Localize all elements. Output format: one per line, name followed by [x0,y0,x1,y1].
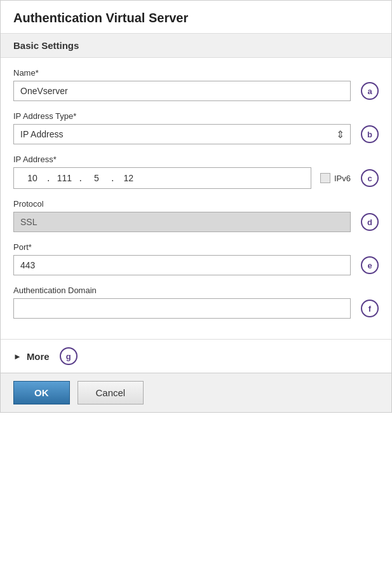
ip-dot-2: . [76,172,84,184]
ip-octet4[interactable] [116,173,140,183]
name-input[interactable] [13,81,351,101]
ipv6-area: IPv6 [320,173,351,183]
form-body: Name* a IP Address Type* IP Address IPv6… [1,58,391,339]
ip-address-input-row: . . . IPv6 c [13,167,379,189]
port-input-wrapper [13,255,351,275]
auth-domain-input[interactable] [13,298,351,319]
name-label: Name* [13,68,379,78]
port-input[interactable] [13,255,351,275]
auth-domain-badge: f [361,300,379,317]
ip-address-label: IP Address* [13,155,379,164]
protocol-badge: d [361,213,379,231]
name-group: Name* a [13,68,379,101]
protocol-group: Protocol d [13,199,379,232]
auth-domain-input-wrapper [13,298,351,319]
name-badge: a [361,82,379,100]
section-header: Basic Settings [1,34,391,58]
cancel-button[interactable]: Cancel [78,381,144,404]
more-section[interactable]: ► More g [1,339,391,373]
port-input-row: e [13,255,379,275]
auth-domain-label: Authentication Domain [13,286,379,295]
ip-type-input-row: IP Address IPv6 Non Addressable ⇕ b [13,124,379,144]
auth-domain-input-row: f [13,298,379,319]
ok-button[interactable]: OK [13,381,70,404]
ip-type-badge: b [361,125,379,143]
protocol-label: Protocol [13,199,379,209]
port-group: Port* e [13,242,379,275]
ipv6-label: IPv6 [334,174,351,183]
ip-type-group: IP Address Type* IP Address IPv6 Non Add… [13,111,379,144]
more-label: More [27,351,50,362]
ip-dot-3: . [109,172,116,184]
name-input-wrapper [13,81,351,101]
ip-type-select[interactable]: IP Address IPv6 Non Addressable [13,124,351,144]
port-label: Port* [13,242,379,252]
protocol-input-row: d [13,212,379,232]
ip-address-badge: c [361,169,379,187]
ip-octet3[interactable] [84,173,109,183]
ip-type-select-wrapper: IP Address IPv6 Non Addressable ⇕ [13,124,351,144]
dialog-title: Authentication Virtual Server [1,1,391,34]
more-arrow-icon: ► [13,352,22,361]
ip-type-label: IP Address Type* [13,111,379,121]
ip-octet1[interactable] [20,173,44,183]
dialog-footer: OK Cancel [1,373,391,412]
more-badge: g [60,347,78,365]
name-input-row: a [13,81,379,101]
dialog: Authentication Virtual Server Basic Sett… [0,0,392,413]
ip-address-group: IP Address* . . . IPv6 c [13,155,379,189]
ip-field: . . . [13,167,311,189]
ipv6-checkbox[interactable] [320,173,330,183]
ip-octet2[interactable] [52,173,76,183]
port-badge: e [361,256,379,274]
auth-domain-group: Authentication Domain f [13,286,379,319]
protocol-input [13,212,351,232]
ip-dot-1: . [44,172,52,184]
